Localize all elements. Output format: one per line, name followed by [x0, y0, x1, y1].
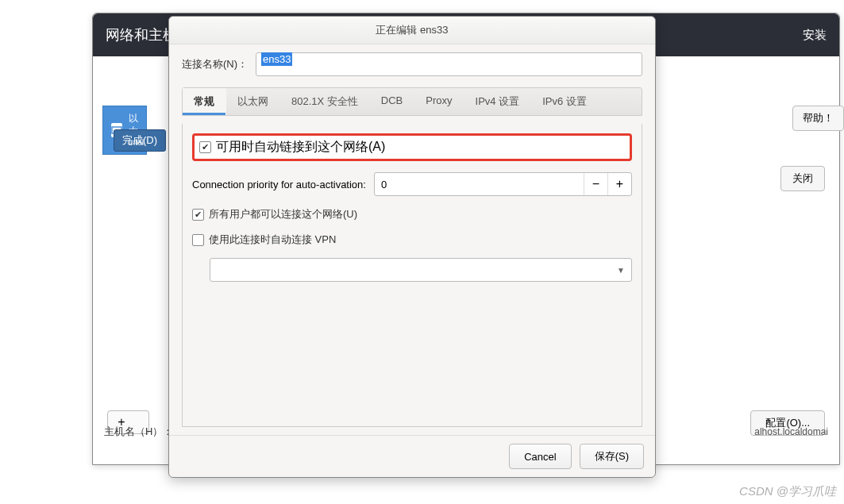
edit-connection-dialog: 正在编辑 ens33 连接名称(N)： ens33 常规 以太网 802.1X … [168, 16, 656, 478]
save-button[interactable]: 保存(S) [580, 444, 644, 469]
tab-general[interactable]: 常规 [183, 88, 226, 115]
priority-value[interactable]: 0 [375, 173, 584, 195]
vpn-checkbox[interactable] [192, 234, 204, 246]
connection-name-row: 连接名称(N)： ens33 [182, 52, 642, 76]
tab-proxy[interactable]: Proxy [414, 88, 464, 115]
watermark: CSDN @学习爪哇 [739, 484, 836, 499]
dialog-title: 正在编辑 ens33 [169, 17, 655, 44]
connection-name-input[interactable]: ens33 [256, 52, 642, 76]
dialog-body: 连接名称(N)： ens33 常规 以太网 802.1X 安全性 DCB Pro… [169, 44, 655, 435]
priority-spinbox[interactable]: 0 − + [374, 172, 632, 196]
install-label: 安装 [803, 28, 827, 43]
interface-vendor: Intel [129, 137, 144, 148]
tab-ipv4[interactable]: IPv4 设置 [464, 88, 532, 115]
vpn-label: 使用此连接时自动连接 VPN [209, 233, 336, 247]
tab-content-general: 可用时自动链接到这个网络(A) Connection priority for … [182, 124, 642, 427]
close-button[interactable]: 关闭 [780, 166, 825, 191]
page-title: 网络和主机 [106, 25, 177, 44]
tab-ipv6[interactable]: IPv6 设置 [531, 88, 599, 115]
all-users-checkbox[interactable] [192, 209, 204, 221]
cancel-button[interactable]: Cancel [509, 444, 571, 469]
dialog-footer: Cancel 保存(S) [169, 435, 655, 477]
chevron-down-icon: ▼ [617, 266, 625, 275]
help-button[interactable]: 帮助！ [792, 106, 844, 131]
tab-bar: 常规 以太网 802.1X 安全性 DCB Proxy IPv4 设置 IPv6… [182, 87, 642, 116]
tab-dcb[interactable]: DCB [370, 88, 414, 115]
hostname-value: alhost.localdomai [754, 426, 828, 437]
auto-connect-label: 可用时自动链接到这个网络(A) [216, 139, 385, 156]
priority-label: Connection priority for auto-activation: [192, 179, 366, 190]
auto-connect-checkbox[interactable] [199, 141, 211, 153]
connection-name-value: ens33 [261, 52, 292, 66]
all-users-label: 所有用户都可以连接这个网络(U) [209, 207, 357, 221]
tab-ethernet[interactable]: 以太网 [226, 88, 280, 115]
priority-decrement[interactable]: − [584, 173, 607, 195]
vpn-row: 使用此连接时自动连接 VPN [192, 233, 632, 247]
all-users-row: 所有用户都可以连接这个网络(U) [192, 207, 632, 221]
vpn-select[interactable]: ▼ [210, 258, 632, 282]
hostname-label: 主机名（H）： [104, 425, 173, 439]
auto-connect-highlight: 可用时自动链接到这个网络(A) [192, 133, 632, 161]
priority-increment[interactable]: + [607, 173, 631, 195]
connection-name-label: 连接名称(N)： [182, 57, 248, 71]
priority-row: Connection priority for auto-activation:… [192, 172, 632, 196]
tab-8021x[interactable]: 802.1X 安全性 [280, 88, 370, 115]
